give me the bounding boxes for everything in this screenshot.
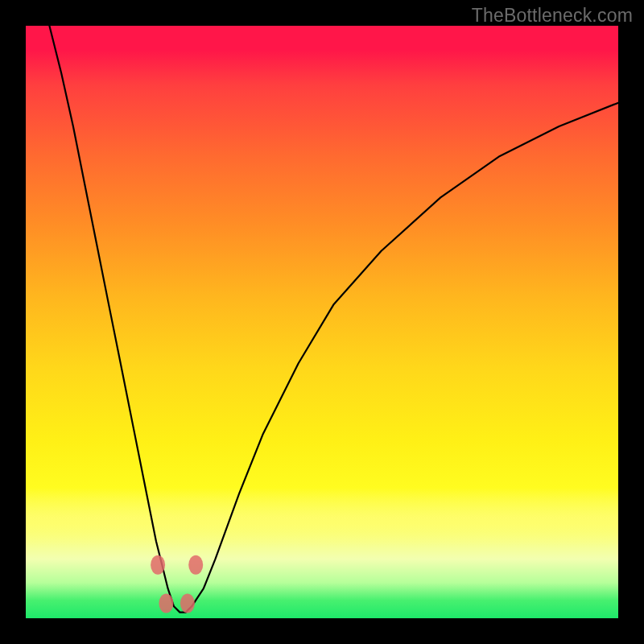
chart-frame: TheBottleneck.com — [0, 0, 644, 644]
watermark-text: TheBottleneck.com — [472, 5, 633, 27]
curve-marker — [188, 555, 203, 575]
curve-marker — [159, 594, 173, 613]
marker-group — [151, 555, 203, 613]
curve-layer — [26, 26, 618, 618]
curve-marker — [151, 555, 165, 575]
plot-area — [26, 26, 618, 618]
curve-marker — [180, 594, 195, 613]
bottleneck-curve — [49, 26, 618, 613]
